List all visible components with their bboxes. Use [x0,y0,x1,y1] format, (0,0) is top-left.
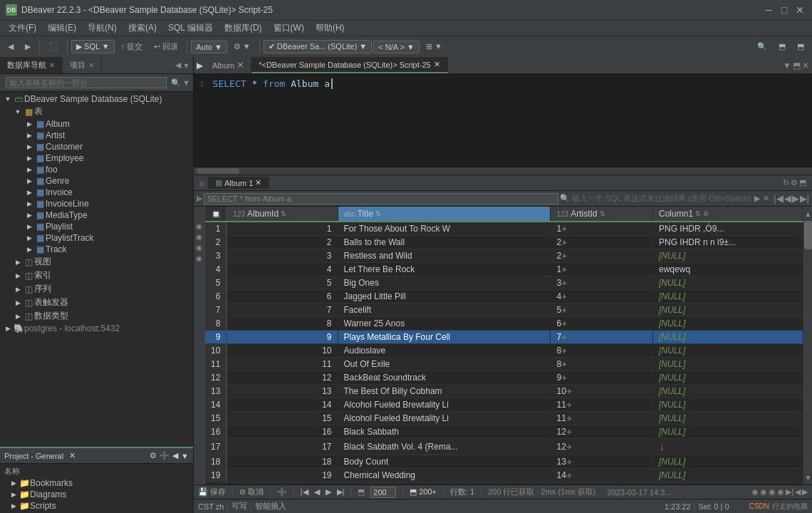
tab-script25[interactable]: *<DBeaver Sample Database (SQLite)> Scri… [251,57,448,73]
tree-item-track[interactable]: ▶ ▦ Track [0,244,193,255]
project-nav-icon[interactable]: ◀ [172,451,178,460]
tab-album[interactable]: Album ✕ [205,57,251,73]
results-refresh-btn[interactable]: ↻ [783,178,789,187]
tree-item-postgres[interactable]: ▶ 🐘 postgres - localhost:5432 [0,323,193,334]
results-nav-3[interactable]: ▶ [792,193,799,204]
col-header-artistid[interactable]: 123 ArtistId ⇅ [551,207,653,222]
table-row[interactable]: 1212BackBeat Soundtrack9✈[NULL] [205,371,803,385]
table-row[interactable]: 22Balls to the Wall2✈PNG IHDR n n l9±... [205,236,803,249]
table-row[interactable]: 1616Black Sabbath12✈[NULL] [205,425,803,439]
editor-tab-arrow[interactable]: ▶ [194,61,205,71]
tab-album1[interactable]: ▦ Album 1 ✕ [208,177,269,189]
nav-prev-btn[interactable]: ◀ [314,487,320,497]
nav-first-btn[interactable]: |◀ [301,487,308,497]
tree-item-bookmarks[interactable]: ▶ 📁 Bookmarks [0,477,193,489]
tree-item-scripts[interactable]: ▶ 📁 Scripts [0,500,193,512]
results-nav-4[interactable]: ▶| [800,193,809,204]
menu-file[interactable]: 文件(F) [3,21,42,36]
project-close[interactable]: ✕ [69,451,76,460]
toolbar-sql-dropdown[interactable]: ▶ SQL ▼ [71,40,115,53]
results-expand-btn[interactable]: ⬒ [799,178,806,187]
menu-help[interactable]: 帮助(H) [310,21,350,36]
right-icon-4[interactable]: ◉ [777,487,784,497]
menu-search[interactable]: 搜索(A) [123,21,162,36]
table-row[interactable]: 1414Alcohol Fueled Brewtality Li11✈[NULL… [205,398,803,412]
panel-nav-btn[interactable]: ▼ [182,78,190,87]
toolbar-schema[interactable]: < N/A > ▼ [373,41,420,53]
table-row[interactable]: 88Warner 25 Anos6✈[NULL] [205,317,803,331]
tree-item-customer[interactable]: ▶ ▦ Customer [0,141,193,152]
right-icon-2[interactable]: ◉ [760,487,767,497]
project-gear-icon[interactable]: ⚙ [150,451,157,460]
tab-album-close[interactable]: ✕ [237,61,244,70]
toolbar-auto[interactable]: Auto ▼ [191,41,227,53]
toolbar-search[interactable]: 🔍 [752,40,772,53]
menu-sql-editor[interactable]: SQL 编辑器 [162,21,219,36]
add-row-btn[interactable]: ➕ [277,487,287,497]
toolbar-rollback[interactable]: ↩ 回滚 [149,39,183,54]
toolbar-stop[interactable]: ⬛ [43,40,63,53]
toolbar-extra1[interactable]: ⬒ [774,40,791,53]
table-row[interactable]: 1717Black Sabbath Vol. 4 (Rema...12✈↓ [205,439,803,455]
right-icon-1[interactable]: ◉ [751,487,759,497]
cancel-btn[interactable]: ⊘ 取消 [239,487,264,497]
table-row[interactable]: 33Restless and Wild2✈[NULL] [205,249,803,263]
tree-item-datatypes[interactable]: ▶ ◫ 数据类型 [0,309,193,323]
tree-item-invoiceline[interactable]: ▶ ▦ InvoiceLine [0,198,193,209]
toolbar-commit[interactable]: ↑ 提交 [116,39,148,54]
right-icon-5[interactable]: ▶| [786,487,793,497]
tree-item-employee[interactable]: ▶ ▦ Employee [0,152,193,164]
results-nav-1[interactable]: |◀ [774,193,783,204]
window-controls[interactable]: ─ □ ✕ [762,4,806,16]
table-row[interactable]: 1010Audioslave8✈[NULL] [205,344,803,358]
editor-menu-btn[interactable]: ▼ [783,61,791,71]
toolbar-forward[interactable]: ▶ [20,40,36,53]
tree-item-triggers[interactable]: ▶ ◫ 表触发器 [0,296,193,309]
nav-next-btn[interactable]: ▶ [326,487,331,497]
results-settings-btn[interactable]: ⚙ [791,178,798,187]
col-header-albumid[interactable]: 123 AlbumId ⇅ [227,207,338,222]
nav-last-btn[interactable]: ▶| [337,487,345,497]
save-btn[interactable]: 💾 保存 [198,487,226,497]
right-icon-6[interactable]: ◀ [795,487,801,497]
right-icon-7[interactable]: ▶ [802,487,808,497]
sql-filter-input[interactable] [204,193,558,204]
toolbar-settings[interactable]: ⚙ ▼ [229,40,256,53]
tab-album1-close[interactable]: ✕ [255,178,261,187]
tree-item-album[interactable]: ▶ ▦ Album [0,118,193,130]
project-down-icon[interactable]: ▼ [181,452,189,460]
page-size-input[interactable] [370,487,396,498]
panel-toolbar-btn-2[interactable]: ▼ [182,61,190,70]
right-icon-3[interactable]: ◉ [769,487,776,497]
results-nav-2[interactable]: ◀ [784,193,791,204]
results-table-container[interactable]: 🔲 123 AlbumId ⇅ [205,207,803,484]
table-search-input[interactable] [6,77,167,88]
editor-scrollbar[interactable] [194,167,812,175]
tree-item-artist[interactable]: ▶ ▦ Artist [0,130,193,141]
editor-max-btn[interactable]: ⬒ [793,61,801,71]
tree-root-db[interactable]: ▼ 🗃 DBeaver Sample Database (SQLite) [0,93,193,105]
tree-node-tables[interactable]: ▼ ▦ 表 [0,105,193,118]
table-row[interactable]: 66Jagged Little Pill4✈[NULL] [205,290,803,304]
menu-edit[interactable]: 编辑(E) [42,21,82,36]
tree-item-diagrams[interactable]: ▶ 📁 Diagrams [0,489,193,500]
col-header-col1[interactable]: Column1 ⇅ ⚙ [653,207,803,222]
table-row[interactable]: 77Facelift5✈[NULL] [205,304,803,317]
minimize-button[interactable]: ─ [762,4,775,16]
tab-script25-close[interactable]: ✕ [434,60,440,69]
table-row[interactable]: 1515Alcohol Fueled Brewtality Li11✈[NULL… [205,412,803,425]
filter-clear-btn[interactable]: ✕ [763,194,769,203]
tree-item-foo[interactable]: ▶ ▦ foo [0,164,193,175]
menu-database[interactable]: 数据库(D) [219,21,268,36]
tab-projects[interactable]: 项目 ✕ [63,57,102,73]
tree-item-playlisttrack[interactable]: ▶ ▦ PlaylistTrack [0,232,193,244]
table-row[interactable]: 1818Body Count13✈[NULL] [205,455,803,469]
table-row[interactable]: 1919Chemical Wedding14✈[NULL] [205,469,803,482]
toolbar-grid[interactable]: ⊞ ▼ [421,40,447,53]
tab-close-db-nav[interactable]: ✕ [49,61,55,69]
close-button[interactable]: ✕ [793,4,806,16]
menu-navigate[interactable]: 导航(N) [82,21,123,36]
tree-item-indexes[interactable]: ▶ ◫ 索引 [0,269,193,282]
scroll-up-btn[interactable]: ▲ [804,207,812,221]
table-row[interactable]: 44Let There Be Rock1✈ewqewq [205,263,803,276]
